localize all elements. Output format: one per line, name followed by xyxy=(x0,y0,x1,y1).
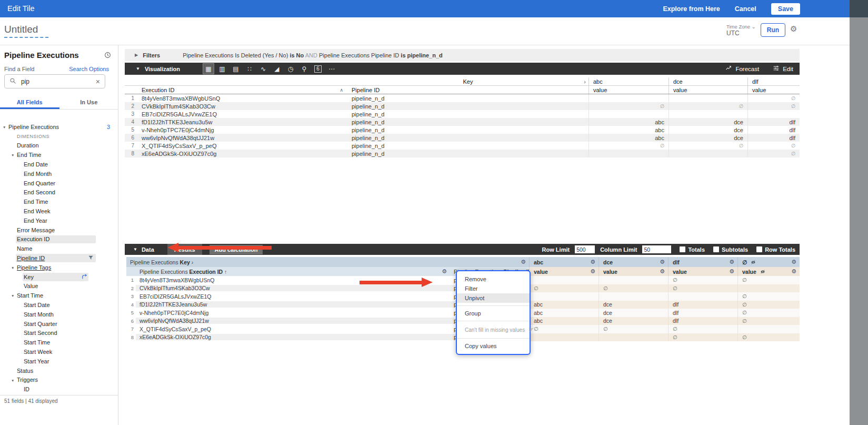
value-cell[interactable]: ∅ xyxy=(529,284,598,293)
pivot-band-[interactable]: ∅⚙ xyxy=(737,257,800,267)
field-item-duration[interactable]: Duration xyxy=(0,141,118,151)
data-label[interactable]: Data xyxy=(142,246,154,253)
value-cell[interactable] xyxy=(598,292,668,301)
value-cell[interactable] xyxy=(529,292,598,301)
field-item-error-message[interactable]: Error Message xyxy=(0,225,118,235)
value-cell[interactable] xyxy=(668,292,737,301)
execution-id-cell[interactable]: xE6eADGkSk-OXiUOZ97c0g xyxy=(136,334,450,340)
run-button[interactable]: Run xyxy=(761,23,785,37)
pivot-icon[interactable] xyxy=(82,274,87,280)
value-cell[interactable] xyxy=(529,333,598,342)
value-cell[interactable]: ∅ xyxy=(737,301,800,309)
visualization-label[interactable]: Visualization xyxy=(145,66,180,72)
search-options-link[interactable]: Search Options xyxy=(69,66,109,72)
field-item-end-month[interactable]: End Month xyxy=(0,169,118,179)
value-column-header[interactable]: value xyxy=(588,86,669,94)
execution-id-column-header[interactable]: Execution ID ∧ xyxy=(137,87,347,93)
clear-search-icon[interactable]: × xyxy=(96,78,100,85)
field-item-end-second[interactable]: End Second xyxy=(0,188,118,197)
gear-icon[interactable]: ⚙ xyxy=(521,259,526,265)
field-item-triggers[interactable]: ▼Triggers xyxy=(0,375,118,385)
field-item-end-date[interactable]: End Date xyxy=(0,160,118,169)
gear-icon[interactable]: ⚙ xyxy=(729,269,734,274)
row-totals-checkbox[interactable]: Row Totals xyxy=(756,246,795,253)
value-cell[interactable]: dlf xyxy=(668,317,737,325)
explore-from-here-link[interactable]: Explore from Here xyxy=(663,5,720,13)
table-chart-icon[interactable]: ▦ xyxy=(203,64,214,74)
execution-id-cell[interactable]: ww6vIpNvQfWdA38qtJJ21w xyxy=(136,318,450,324)
value-column-header[interactable]: value⚙ xyxy=(737,267,800,276)
tab-all-fields[interactable]: All Fields xyxy=(0,96,59,109)
field-item-start-quarter[interactable]: Start Quarter xyxy=(0,319,118,329)
menu-item-group[interactable]: Group xyxy=(457,309,530,318)
value-cell[interactable] xyxy=(737,325,800,333)
gear-icon[interactable]: ⚙ xyxy=(729,259,734,265)
value-column-header[interactable]: value⚙ xyxy=(598,267,668,276)
pivot-group-header-dlf[interactable]: dlf xyxy=(747,77,800,85)
value-column-header[interactable]: value⚙ xyxy=(668,267,737,276)
filters-label[interactable]: Filters xyxy=(143,52,160,58)
value-cell[interactable]: dce xyxy=(598,317,668,325)
caret-down-icon[interactable]: ▼ xyxy=(3,125,6,129)
caret-right-icon[interactable]: ▶ xyxy=(135,53,138,57)
filter-icon[interactable] xyxy=(88,255,94,261)
field-item-end-time[interactable]: End Time xyxy=(0,197,118,206)
field-item-id[interactable]: ID xyxy=(0,384,118,394)
value-cell[interactable]: dlf xyxy=(668,309,737,317)
caret-down-icon[interactable]: ▼ xyxy=(11,153,14,157)
value-cell[interactable]: ∅ xyxy=(737,317,800,325)
value-cell[interactable]: ∅ xyxy=(737,333,800,342)
value-cell[interactable]: ∅ xyxy=(598,284,668,293)
map-chart-icon[interactable]: ⚲ xyxy=(299,64,310,74)
field-item-execution-id[interactable]: Execution ID xyxy=(0,235,118,244)
value-cell[interactable] xyxy=(598,333,668,342)
single-value-icon[interactable]: 6 xyxy=(314,65,322,73)
forecast-button[interactable]: Forecast xyxy=(725,65,759,73)
scatter-chart-icon[interactable]: ∷ xyxy=(244,64,255,74)
caret-down-icon[interactable]: ▼ xyxy=(136,66,140,71)
subtotals-checkbox[interactable]: Subtotals xyxy=(713,246,748,253)
pipeline-id-column-header[interactable]: Pipeline ID xyxy=(347,87,588,93)
value-cell[interactable]: ∅ xyxy=(737,276,800,284)
field-item-pipeline-tags[interactable]: ▼Pipeline Tags xyxy=(0,263,118,272)
menu-item-filter[interactable]: Filter xyxy=(457,284,530,293)
value-cell[interactable] xyxy=(737,284,800,293)
field-item-start-second[interactable]: Start Second xyxy=(0,329,118,338)
history-clock-icon[interactable] xyxy=(104,51,111,61)
gear-icon[interactable]: ⚙ xyxy=(791,269,796,274)
value-column-header[interactable]: value⚙ xyxy=(529,267,598,276)
field-item-start-week[interactable]: Start Week xyxy=(0,347,118,357)
field-item-start-date[interactable]: Start Date xyxy=(0,300,118,310)
value-cell[interactable]: dce xyxy=(598,309,668,317)
menu-item-remove[interactable]: Remove xyxy=(457,274,530,284)
gear-icon[interactable]: ⚙ xyxy=(442,269,447,274)
gear-icon[interactable]: ⚙ xyxy=(660,259,665,265)
menu-item-copy-values[interactable]: Copy values xyxy=(457,341,530,351)
pivot-band-abc[interactable]: abc⚙ xyxy=(529,257,598,267)
value-cell[interactable]: ∅ xyxy=(668,325,737,333)
tab-in-use[interactable]: In Use xyxy=(59,96,119,109)
pivot-group-header-abc[interactable]: abc xyxy=(588,77,669,85)
pie-chart-icon[interactable]: ◷ xyxy=(285,64,296,74)
pivot-band-dlf[interactable]: dlf⚙ xyxy=(668,257,737,267)
column-limit-input[interactable] xyxy=(642,245,671,253)
field-item-end-year[interactable]: End Year xyxy=(0,216,118,225)
key-group-header[interactable]: Key › xyxy=(347,78,588,85)
field-item-status[interactable]: Status xyxy=(0,366,118,375)
value-cell[interactable]: ∅ xyxy=(668,276,737,284)
field-item-value[interactable]: Value xyxy=(0,282,118,291)
execution-id-column-header[interactable]: Pipeline Executions Execution ID ↑ ⚙ xyxy=(136,267,450,276)
value-cell[interactable]: abc xyxy=(529,309,598,317)
field-item-end-time[interactable]: ▼End Time xyxy=(0,150,118,160)
execution-id-cell[interactable]: EB7ciDIZR5GALsJVxwZE1Q xyxy=(136,293,450,300)
value-column-header[interactable]: value xyxy=(747,86,800,94)
value-cell[interactable]: ∅ xyxy=(598,325,668,333)
gear-icon[interactable]: ⚙ xyxy=(791,259,796,265)
column-chart-icon[interactable]: ▥ xyxy=(217,64,227,74)
field-item-key[interactable]: Key xyxy=(0,272,118,282)
value-cell[interactable]: dce xyxy=(598,301,668,309)
value-cell[interactable]: ∅ xyxy=(737,309,800,317)
row-limit-input[interactable] xyxy=(575,245,595,253)
totals-checkbox[interactable]: Totals xyxy=(680,246,705,253)
field-item-name[interactable]: Name xyxy=(0,244,118,253)
